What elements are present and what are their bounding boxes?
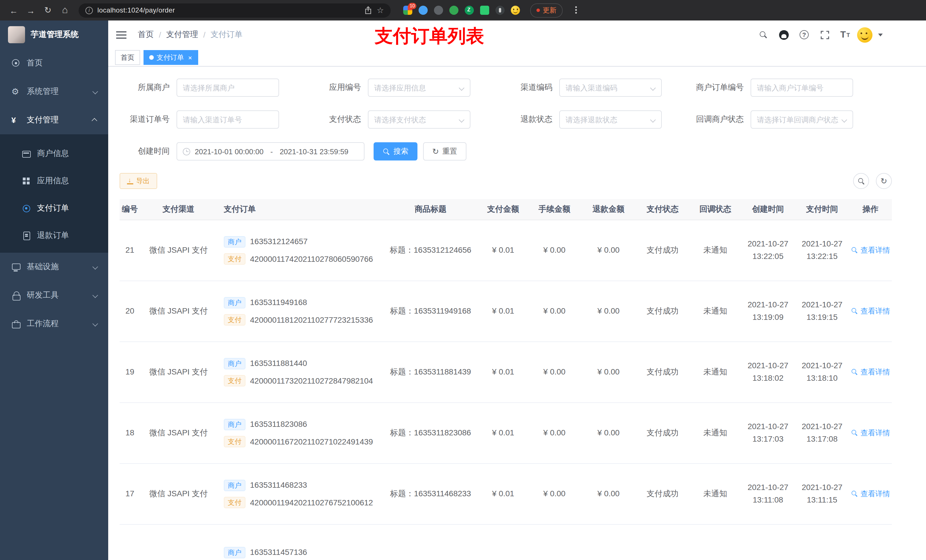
filter-field: 回调商户状态 bbox=[694, 110, 853, 128]
column-header: 商品标题 bbox=[382, 199, 479, 220]
hamburger-icon[interactable] bbox=[116, 31, 126, 38]
date-end-value[interactable]: 2021-10-31 23:59:59 bbox=[280, 147, 348, 155]
font-size-button[interactable] bbox=[837, 25, 854, 44]
sidebar-item-refund-order[interactable]: 退款订单 bbox=[0, 222, 108, 249]
cell-action: 查看详情 bbox=[849, 281, 892, 341]
sidebar-item-workflow[interactable]: 工作流程 bbox=[0, 309, 108, 338]
column-header: 退款金额 bbox=[581, 199, 635, 220]
cell-refund-amount: ¥ 0.00 bbox=[581, 342, 635, 402]
browser-forward-button[interactable] bbox=[24, 3, 38, 17]
pay-tag: 支付 bbox=[224, 436, 245, 448]
cell-pay-status: 支付成功 bbox=[635, 281, 690, 341]
toggle-search-button[interactable] bbox=[853, 173, 869, 189]
filter-input[interactable] bbox=[566, 83, 655, 92]
sidebar-item-pay-order[interactable]: 支付订单 bbox=[0, 195, 108, 222]
extension-icon[interactable] bbox=[480, 6, 489, 15]
filter-input[interactable] bbox=[757, 83, 847, 92]
cell-notify-status bbox=[690, 525, 741, 560]
filter-input-box[interactable] bbox=[750, 78, 853, 97]
extension-icon[interactable] bbox=[465, 6, 474, 15]
extension-pin-icon[interactable] bbox=[495, 6, 505, 15]
view-detail-link[interactable]: 查看详情 bbox=[851, 245, 890, 256]
tab-label: 首页 bbox=[121, 53, 135, 62]
chevron-down-icon[interactable] bbox=[878, 33, 883, 36]
target-icon bbox=[22, 204, 31, 213]
cell-refund-amount: ¥ 0.00 bbox=[581, 220, 635, 281]
tabs-bar: 首页 支付订单 bbox=[108, 49, 926, 66]
reset-button[interactable]: 重置 bbox=[423, 142, 466, 160]
address-bar[interactable]: localhost:1024/pay/order bbox=[79, 3, 391, 17]
sidebar-item-merchant-info[interactable]: 商户信息 bbox=[0, 140, 108, 167]
cell-pay-order: 商户 1635311881440 支付 42000011732021102728… bbox=[211, 342, 382, 402]
sidebar-item-home[interactable]: 首页 bbox=[0, 49, 108, 77]
sidebar-item-infrastructure[interactable]: 基础设施 bbox=[0, 253, 108, 281]
tab-home[interactable]: 首页 bbox=[115, 50, 140, 65]
filter-input-box[interactable] bbox=[368, 110, 471, 128]
filter-field: 所属商户 bbox=[120, 78, 279, 97]
filter-input[interactable] bbox=[183, 115, 273, 124]
sidebar-item-label: 首页 bbox=[27, 58, 43, 68]
cell-channel: 微信 JSAPI 支付 bbox=[146, 281, 211, 341]
filter-input-box[interactable] bbox=[177, 78, 279, 97]
view-detail-link[interactable]: 查看详情 bbox=[851, 427, 890, 439]
extension-icon[interactable] bbox=[419, 6, 428, 15]
cell-id bbox=[120, 525, 146, 560]
export-button[interactable]: 导出 bbox=[120, 173, 157, 189]
close-icon[interactable] bbox=[188, 54, 192, 61]
filter-input-box[interactable] bbox=[559, 78, 662, 97]
breadcrumb-pay-management[interactable]: 支付管理 bbox=[166, 30, 198, 40]
question-icon bbox=[800, 30, 809, 39]
header-search-button[interactable] bbox=[755, 25, 772, 44]
share-icon[interactable] bbox=[365, 6, 372, 14]
url-text[interactable]: localhost:1024/pay/order bbox=[97, 6, 360, 14]
profile-avatar-icon[interactable] bbox=[511, 6, 520, 15]
extension-icon[interactable] bbox=[434, 6, 443, 15]
refresh-table-button[interactable] bbox=[876, 173, 892, 189]
browser-home-button[interactable] bbox=[58, 3, 72, 17]
filter-input[interactable] bbox=[374, 83, 464, 92]
filter-field: 退款状态 bbox=[502, 110, 662, 128]
filter-input-box[interactable] bbox=[750, 110, 853, 128]
cell-fee-amount: ¥ 0.00 bbox=[527, 342, 581, 402]
refresh-icon bbox=[881, 176, 887, 186]
browser-back-button[interactable] bbox=[7, 3, 21, 17]
extension-icon[interactable]: 10 bbox=[403, 6, 412, 15]
github-button[interactable] bbox=[775, 25, 792, 44]
view-detail-link[interactable]: 查看详情 bbox=[851, 367, 890, 378]
browser-reload-button[interactable] bbox=[41, 3, 54, 17]
filter-input-box[interactable] bbox=[368, 78, 471, 97]
sidebar-item-system[interactable]: 系统管理 bbox=[0, 77, 108, 106]
search-icon bbox=[383, 148, 390, 154]
filter-input-box[interactable] bbox=[177, 110, 279, 128]
cell-refund-amount: ¥ 0.00 bbox=[581, 403, 635, 463]
magnifier-icon bbox=[852, 430, 858, 436]
filter-input-box[interactable] bbox=[559, 110, 662, 128]
breadcrumb-home[interactable]: 首页 bbox=[138, 30, 154, 40]
pay-order-no: 4200001167202110271022491439 bbox=[250, 436, 373, 448]
browser-menu-icon[interactable] bbox=[570, 4, 581, 17]
filter-input[interactable] bbox=[757, 115, 847, 124]
sidebar-item-app-info[interactable]: 应用信息 bbox=[0, 167, 108, 195]
cell-channel: 微信 JSAPI 支付 bbox=[146, 342, 211, 402]
update-label: 更新 bbox=[543, 5, 557, 15]
help-button[interactable] bbox=[796, 25, 813, 44]
bookmark-star-icon[interactable] bbox=[377, 6, 384, 15]
view-detail-link[interactable]: 查看详情 bbox=[851, 306, 890, 317]
tab-pay-order[interactable]: 支付订单 bbox=[144, 50, 198, 65]
filter-input[interactable] bbox=[566, 115, 655, 124]
date-range-picker[interactable]: 2021-10-01 00:00:00 - 2021-10-31 23:59:5… bbox=[177, 142, 365, 160]
extension-icon[interactable] bbox=[449, 6, 458, 15]
site-info-icon[interactable] bbox=[85, 6, 93, 14]
sidebar-item-payment[interactable]: 支付管理 bbox=[0, 106, 108, 134]
search-button[interactable]: 搜索 bbox=[374, 142, 418, 160]
sidebar-logo[interactable]: 芋道管理系统 bbox=[0, 21, 108, 49]
view-detail-link[interactable]: 查看详情 bbox=[851, 488, 890, 500]
sidebar-item-dev-tools[interactable]: 研发工具 bbox=[0, 281, 108, 309]
browser-update-button[interactable]: 更新 bbox=[530, 3, 563, 17]
date-start-value[interactable]: 2021-10-01 00:00:00 bbox=[195, 147, 263, 155]
user-avatar[interactable] bbox=[857, 27, 873, 42]
screen: localhost:1024/pay/order 10 更新 芋道管理系统 bbox=[0, 0, 926, 560]
filter-input[interactable] bbox=[183, 83, 273, 92]
fullscreen-button[interactable] bbox=[816, 25, 833, 44]
filter-input[interactable] bbox=[374, 115, 464, 124]
